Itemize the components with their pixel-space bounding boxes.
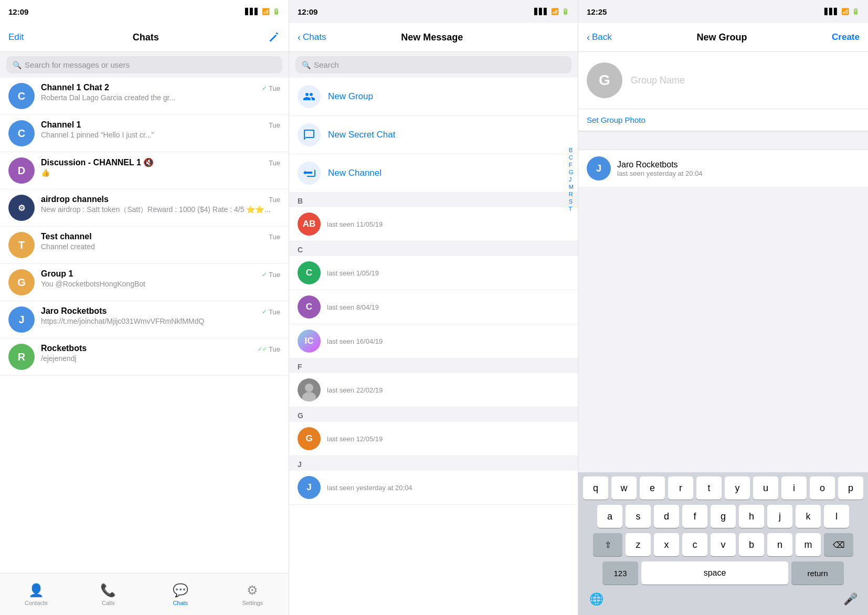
member-name-jaro: Jaro Rocketbots: [617, 160, 703, 169]
keyboard: q w e r t y u i o p a s d f g: [578, 472, 868, 615]
set-group-photo-button[interactable]: Set Group Photo: [578, 109, 868, 131]
chat-item-airdrop[interactable]: ⚙ airdrop channels Tue New airdrop : Sat…: [0, 189, 289, 227]
tab-chats-label: Chats: [173, 600, 188, 606]
key-o[interactable]: o: [810, 476, 835, 500]
alpha-t: T: [569, 206, 574, 212]
contact-ab[interactable]: AB last seen 11/05/19: [289, 207, 578, 241]
contact-j1[interactable]: J last seen yesterday at 20:04: [289, 471, 578, 505]
contact-c1[interactable]: C last seen 1/05/19: [289, 256, 578, 290]
group-member-jaro: J Jaro Rocketbots last seen yesterday at…: [578, 150, 868, 187]
tab-chats[interactable]: 💬 Chats: [144, 583, 217, 606]
new-secret-chat-action[interactable]: New Secret Chat: [289, 116, 578, 154]
alpha-r: R: [569, 191, 574, 197]
battery-icon-m: 🔋: [562, 8, 569, 15]
section-b: B: [289, 193, 578, 207]
contact-c2[interactable]: C last seen 8/04/19: [289, 290, 578, 324]
chat-preview-jaro: https://t.me/joinchat/Mjijc031WmvVFRmNkf…: [41, 317, 280, 325]
left-search-bar[interactable]: 🔍 Search for messages or users: [6, 56, 282, 73]
chat-preview-c1: Channel 1 pinned "Hello I just cr...": [41, 131, 280, 139]
key-v[interactable]: v: [711, 533, 736, 556]
tab-settings[interactable]: ⚙ Settings: [217, 583, 289, 606]
tab-calls[interactable]: 📞 Calls: [72, 583, 145, 606]
chat-content-jaro: Jaro Rocketbots ✓ Tue https://t.me/joinc…: [41, 306, 280, 325]
key-k[interactable]: k: [796, 505, 821, 528]
avatar-jaro: J: [8, 306, 35, 333]
key-f[interactable]: f: [682, 505, 707, 528]
globe-button[interactable]: 🌐: [585, 588, 608, 611]
member-status-jaro: last seen yesterday at 20:04: [617, 169, 703, 177]
left-search-container: 🔍 Search for messages or users: [0, 52, 289, 78]
section-j: J: [289, 456, 578, 471]
chat-name-g1: Group 1: [41, 269, 73, 279]
key-t[interactable]: t: [696, 476, 722, 500]
create-button[interactable]: Create: [832, 32, 860, 43]
new-channel-action[interactable]: New Channel: [289, 154, 578, 193]
left-time: 12:09: [8, 7, 28, 16]
key-s[interactable]: s: [626, 505, 651, 528]
chat-item-jaro[interactable]: J Jaro Rocketbots ✓ Tue https://t.me/joi…: [0, 301, 289, 338]
alpha-f: F: [569, 162, 574, 168]
chat-item-channel1[interactable]: C Channel 1 Tue Channel 1 pinned "Hello …: [0, 115, 289, 152]
alpha-index: B C F G J M R S T: [569, 147, 574, 212]
key-r[interactable]: r: [668, 476, 693, 500]
tab-bar: 👤 Contacts 📞 Calls 💬 Chats ⚙ Settings: [0, 573, 289, 615]
chat-item-group1[interactable]: G Group 1 ✓ Tue You @RocketbotsHongKongB…: [0, 264, 289, 301]
back-to-chats-button[interactable]: ‹ Chats: [298, 32, 326, 43]
backspace-key[interactable]: ⌫: [824, 533, 853, 556]
chat-time-c1c2: ✓ Tue: [262, 84, 280, 92]
contact-ic[interactable]: IC last seen 16/04/19: [289, 324, 578, 358]
alpha-g: G: [569, 169, 574, 175]
chat-item-test[interactable]: T Test channel Tue Channel created: [0, 227, 289, 264]
key-p[interactable]: p: [838, 476, 863, 500]
avatar-contact-ic: IC: [298, 330, 321, 353]
mic-button[interactable]: 🎤: [839, 588, 862, 611]
num-key[interactable]: 123: [602, 561, 638, 585]
key-z[interactable]: z: [626, 533, 651, 556]
key-w[interactable]: w: [611, 476, 637, 500]
key-m[interactable]: m: [796, 533, 821, 556]
alpha-c: C: [569, 154, 574, 161]
chats-icon: 💬: [173, 583, 188, 598]
contact-g1[interactable]: G last seen 12/05/19: [289, 422, 578, 456]
key-q[interactable]: q: [583, 476, 608, 500]
chat-item-rocketbots[interactable]: R Rocketbots ✓✓ Tue /ejejenendj: [0, 338, 289, 376]
avatar-rocketbots: R: [8, 344, 35, 370]
key-i[interactable]: i: [781, 476, 807, 500]
chat-time-test: Tue: [269, 233, 280, 241]
return-key[interactable]: return: [791, 561, 844, 585]
battery-icon: 🔋: [272, 8, 280, 15]
battery-icon-r: 🔋: [852, 8, 860, 15]
key-u[interactable]: u: [753, 476, 778, 500]
key-j[interactable]: j: [767, 505, 792, 528]
space-key[interactable]: space: [641, 561, 788, 585]
avatar-contact-j1: J: [298, 476, 321, 499]
compose-icon[interactable]: [268, 31, 280, 44]
back-button[interactable]: ‹ Back: [587, 32, 612, 43]
tab-contacts[interactable]: 👤 Contacts: [0, 583, 72, 606]
key-c[interactable]: c: [682, 533, 707, 556]
chat-content-test: Test channel Tue Channel created: [41, 232, 280, 251]
edit-button[interactable]: Edit: [8, 32, 24, 43]
key-g[interactable]: g: [711, 505, 736, 528]
key-h[interactable]: h: [739, 505, 764, 528]
middle-panel: 12:09 ▋▋▋ 📶 🔋 ‹ Chats New Message 🔍 Sear…: [289, 0, 578, 615]
chat-item-channel1chat2[interactable]: C Channel 1 Chat 2 ✓ Tue Roberta Dal Lag…: [0, 78, 289, 115]
right-time: 12:25: [587, 7, 607, 16]
key-d[interactable]: d: [654, 505, 679, 528]
shift-key[interactable]: ⇧: [593, 533, 622, 556]
key-x[interactable]: x: [654, 533, 679, 556]
key-e[interactable]: e: [640, 476, 665, 500]
middle-search-bar[interactable]: 🔍 Search: [295, 56, 571, 73]
key-a[interactable]: a: [597, 505, 622, 528]
avatar-test: T: [8, 232, 35, 258]
group-name-input[interactable]: [631, 75, 860, 86]
contact-f1[interactable]: last seen 22/02/19: [289, 373, 578, 407]
chat-item-discussion[interactable]: D Discussion - CHANNEL 1 🔇 Tue 👍: [0, 152, 289, 189]
chat-time-disc: Tue: [269, 159, 280, 167]
keyboard-extra-row: 🌐 🎤: [580, 585, 866, 611]
new-group-action[interactable]: New Group: [289, 78, 578, 116]
key-b[interactable]: b: [739, 533, 764, 556]
key-l[interactable]: l: [824, 505, 849, 528]
key-n[interactable]: n: [767, 533, 792, 556]
key-y[interactable]: y: [725, 476, 750, 500]
